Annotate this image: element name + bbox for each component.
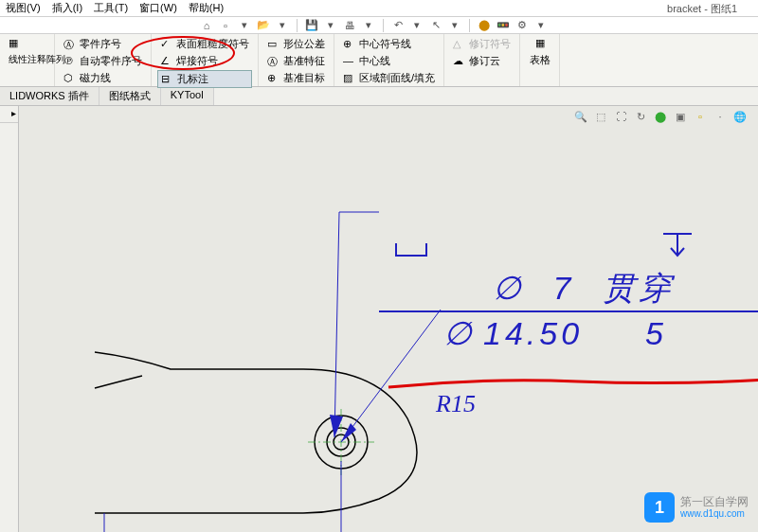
magnet-icon: ⬡ [63,72,77,85]
revision-cloud-button[interactable]: ☁修订云 [450,53,514,69]
ribbon-group-symbols: ✓表面粗糙度符号 ∠焊接符号 ⊟孔标注 [152,34,259,86]
centerline-icon: ― [343,55,356,68]
auto-balloon-icon: ℗ [63,55,77,68]
tab-plugins[interactable]: LIDWORKS 插件 [0,87,99,105]
radius-dimension: R15 [436,390,476,418]
pattern-icon: ▦ [9,37,22,50]
table-button[interactable]: ▦表格 [526,36,553,68]
datum-icon: Ⓐ [267,55,280,68]
ribbon: ▦ 线性注释阵列 Ⓐ零件序号 ℗自动零件序号 ⬡磁力线 ✓表面粗糙度符号 ∠焊接… [0,34,758,87]
watermark-logo: 1 [644,492,675,523]
callout-through-text: 贯穿 [603,270,675,306]
datum-feature-button[interactable]: Ⓐ基准特征 [264,53,328,69]
dropdown-icon[interactable]: ▾ [237,18,252,33]
gtol-icon: ▭ [267,38,280,51]
center-mark-button[interactable]: ⊕中心符号线 [340,36,438,52]
menu-insert[interactable]: 插入(I) [46,1,88,15]
hatch-icon: ▨ [343,72,356,85]
watermark: 1 第一区自学网 www.d1qu.com [644,492,749,523]
linear-pattern-button[interactable]: ▦ [6,36,48,51]
undo-icon[interactable]: ↶ [390,18,406,33]
revcloud-icon: ☁ [453,55,466,68]
ribbon-group-center: ⊕中心符号线 ―中心线 ▨区域剖面线/填充 [334,34,444,86]
linear-pattern-label[interactable]: 线性注释阵列 [6,52,48,67]
svg-marker-11 [330,415,343,437]
ribbon-group-revision: △修订符号 ☁修订云 [444,34,520,86]
separator [469,19,470,32]
surface-icon: ✓ [160,38,173,51]
surface-finish-button[interactable]: ✓表面粗糙度符号 [157,36,252,52]
diameter-symbol: ∅ [443,314,476,352]
panel-collapse-icon[interactable]: ▸ [0,106,18,123]
callout-cbore-value: 14.50 [483,315,583,352]
centermark-icon: ⊕ [343,38,356,51]
table-icon: ▦ [533,37,547,50]
ribbon-group-table: ▦表格 [520,34,560,86]
svg-marker-8 [341,423,356,442]
menu-tools[interactable]: 工具(T) [88,1,134,15]
callout-depth-value: 5 [645,315,667,352]
ribbon-group-pattern: ▦ 线性注释阵列 [0,34,55,86]
revsym-icon: △ [453,38,466,51]
weld-symbol-button[interactable]: ∠焊接符号 [157,53,252,69]
menu-view[interactable]: 视图(V) [0,1,46,15]
separator [383,19,384,32]
document-tabs: LIDWORKS 插件 图纸格式 KYTool [0,87,758,106]
centerline-button[interactable]: ―中心线 [340,53,438,69]
target-icon: ⊕ [267,72,280,85]
callout-dia-value: 7 [537,270,589,306]
dropdown-icon[interactable]: ▾ [361,18,376,33]
settings-icon[interactable]: ⚙ [514,18,530,33]
ribbon-group-datum: ▭形位公差 Ⓐ基准特征 ⊕基准目标 [259,34,334,86]
magline-button[interactable]: ⬡磁力线 [61,70,145,86]
balloon-icon: Ⓐ [63,38,77,51]
hole-callout-button[interactable]: ⊟孔标注 [157,70,252,88]
dropdown-icon[interactable]: ▾ [447,18,462,33]
watermark-name: 第一区自学网 [680,495,749,508]
svg-line-9 [334,212,339,437]
left-panel[interactable]: ▸ [0,106,19,532]
ribbon-group-balloon: Ⓐ零件序号 ℗自动零件序号 ⬡磁力线 [55,34,152,86]
tab-sheet-format[interactable]: 图纸格式 [99,87,161,105]
dropdown-icon[interactable]: ▾ [533,18,549,33]
hole-icon: ⊟ [161,73,174,86]
options-icon[interactable]: ⬤ [477,18,492,33]
watermark-url: www.d1qu.com [680,508,749,520]
hatch-button[interactable]: ▨区域剖面线/填充 [340,70,438,86]
quick-access-toolbar: ⌂ ▫▾ 📂▾ 💾▾ 🖶▾ ↶▾ ↖▾ ⬤ 🚥 ⚙▾ [0,17,758,34]
print-icon[interactable]: 🖶 [342,18,357,33]
cursor-icon[interactable]: ↖ [428,18,443,33]
separator [297,19,298,32]
revision-symbol-button[interactable]: △修订符号 [450,36,514,52]
new-doc-icon[interactable]: ▫ [218,18,233,33]
menu-bar: 视图(V) 插入(I) 工具(T) 窗口(W) 帮助(H) [0,0,758,17]
tab-kytool[interactable]: KYTool [161,87,214,105]
save-icon[interactable]: 💾 [304,18,319,33]
menu-window[interactable]: 窗口(W) [134,1,183,15]
dropdown-icon[interactable]: ▾ [409,18,424,33]
dropdown-icon[interactable]: ▾ [323,18,338,33]
menu-help[interactable]: 帮助(H) [183,1,229,15]
open-icon[interactable]: 📂 [256,18,271,33]
hole-callout-text: ∅ 7 贯穿 ∅ 14.50 5 [379,267,758,352]
balloon-button[interactable]: Ⓐ零件序号 [61,36,145,52]
auto-balloon-button[interactable]: ℗自动零件序号 [61,53,145,69]
traffic-icon[interactable]: 🚥 [496,18,511,33]
window-title: bracket - 图纸1 [665,0,739,18]
dropdown-icon[interactable]: ▾ [275,18,290,33]
diameter-symbol: ∅ [379,270,525,306]
home-icon[interactable]: ⌂ [199,18,214,33]
gtol-button[interactable]: ▭形位公差 [264,36,328,52]
weld-icon: ∠ [160,55,173,68]
drawing-canvas[interactable]: 🔍 ⬚ ⛶ ↻ ⬤ ▣ ▫ · 🌐 [19,106,758,532]
datum-target-button[interactable]: ⊕基准目标 [264,70,328,86]
